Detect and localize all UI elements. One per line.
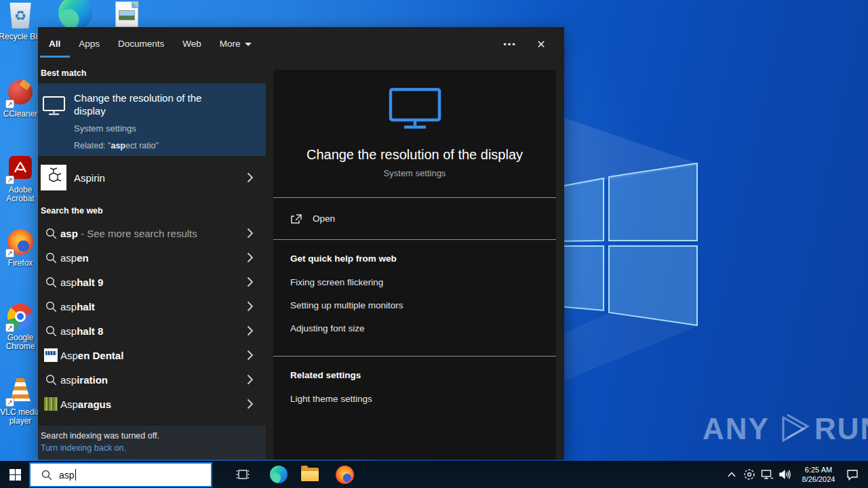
shortcut-arrow-icon: ↗: [5, 398, 14, 407]
preview-list-item[interactable]: Light theme settings: [290, 394, 539, 404]
result-aspirin[interactable]: Aspirin: [38, 163, 266, 192]
tray-network-button[interactable]: [758, 461, 776, 488]
aspirin-molecule-icon: [41, 165, 66, 190]
suggestion-text: aspiration: [60, 374, 108, 386]
related-settings-section: Related settings Light theme settings: [273, 357, 556, 426]
web-suggestion-row[interactable]: Aspen Dental: [38, 343, 266, 367]
open-icon: [290, 214, 302, 224]
web-suggestion-row[interactable]: asp - See more search results: [38, 221, 266, 245]
network-icon: [761, 469, 774, 480]
chevron-right-icon: [247, 301, 254, 312]
preview-pane: Change the resolution of the display Sys…: [273, 70, 556, 460]
result-label: Aspirin: [74, 172, 105, 184]
action-center-button[interactable]: [844, 461, 861, 488]
system-tray: 6:25 AM 8/26/2024: [723, 461, 868, 488]
anyrun-logo-icon: [774, 411, 810, 447]
chevron-right-icon: [247, 172, 254, 183]
suggestion-text: aspen: [60, 252, 89, 264]
chevron-right-icon: [247, 374, 254, 385]
quick-help-section: Get quick help from web Fixing screen fl…: [273, 240, 556, 356]
watermark-text-left: ANY: [703, 412, 770, 446]
tray-screencast-button[interactable]: [741, 461, 758, 488]
suggestion-text: asphalt: [60, 301, 95, 312]
image-file-icon: [115, 1, 138, 27]
tab-more[interactable]: More: [220, 28, 252, 60]
tab-apps[interactable]: Apps: [79, 28, 100, 60]
web-suggestion-row[interactable]: asphalt: [38, 294, 266, 319]
chevron-right-icon: [247, 252, 254, 263]
search-icon: [44, 373, 58, 386]
best-match-related: Related: "aspect ratio": [74, 141, 266, 150]
open-label: Open: [313, 214, 335, 224]
suggestion-text: Asparagus: [60, 399, 111, 410]
search-icon: [44, 324, 58, 338]
search-input-value: asp: [59, 470, 75, 481]
file-explorer-icon: [301, 468, 319, 481]
windows-logo-icon: [9, 469, 21, 481]
search-icon: [44, 275, 58, 289]
preview-list-item[interactable]: Setting up multiple monitors: [290, 300, 539, 310]
suggestion-text: asp - See more search results: [60, 228, 197, 239]
chevron-right-icon: [247, 277, 254, 287]
search-icon: [44, 226, 58, 240]
desktop-icon-edge-shortcut[interactable]: [50, 0, 101, 30]
taskbar-edge-button[interactable]: [265, 461, 292, 488]
preview-list-item[interactable]: Fixing screen flickering: [290, 277, 539, 287]
web-suggestion-row[interactable]: aspen: [38, 245, 266, 270]
indexing-link[interactable]: Turn indexing back on.: [41, 443, 266, 453]
action-center-icon: [846, 469, 859, 481]
web-suggestion-row[interactable]: aspiration: [38, 367, 266, 392]
close-icon[interactable]: ✕: [529, 27, 553, 61]
tray-clock[interactable]: 6:25 AM 8/26/2024: [796, 465, 841, 484]
preview-list-item[interactable]: Adjusting font size: [290, 323, 539, 333]
edge-icon: [270, 466, 288, 483]
chevron-right-icon: [247, 228, 254, 239]
task-view-icon: [236, 468, 250, 481]
search-flyout-panel: All Apps Documents Web More ••• ✕ Best m…: [38, 27, 564, 460]
tab-documents[interactable]: Documents: [118, 28, 164, 60]
taskbar: asp: [0, 461, 868, 488]
best-match-title: Change the resolution of the display: [74, 92, 266, 117]
options-ellipsis-button[interactable]: •••: [498, 27, 522, 61]
start-button[interactable]: [0, 461, 30, 488]
watermark-text-right: RUN: [814, 412, 868, 446]
tab-all[interactable]: All: [49, 28, 60, 60]
suggestion-text: Aspen Dental: [60, 350, 123, 361]
web-suggestions-list: asp - See more search results aspen asph…: [38, 221, 266, 416]
indexing-message: Search indexing was turned off.: [41, 431, 266, 441]
suggestion-text: asphalt 9: [60, 277, 103, 288]
web-suggestion-row[interactable]: asphalt 9: [38, 270, 266, 294]
preview-hero: Change the resolution of the display Sys…: [273, 70, 556, 178]
edge-icon: [58, 0, 92, 30]
clock-time: 6:25 AM: [796, 465, 841, 474]
clock-date: 8/26/2024: [796, 474, 841, 484]
open-action[interactable]: Open: [273, 198, 556, 239]
speaker-icon: [778, 469, 791, 480]
text-caret: [75, 469, 76, 481]
web-suggestion-row[interactable]: Asparagus: [38, 392, 266, 416]
tray-expand-button[interactable]: [723, 461, 741, 488]
taskbar-file-explorer-button[interactable]: [296, 461, 323, 488]
search-tabs: All Apps Documents Web More: [38, 27, 564, 61]
quick-help-header: Get quick help from web: [290, 253, 539, 264]
best-match-result[interactable]: Change the resolution of the display Sys…: [38, 83, 266, 156]
web-suggestion-row[interactable]: asphalt 8: [38, 319, 266, 343]
chevron-right-icon: [247, 350, 254, 361]
taskbar-search-input[interactable]: asp: [29, 462, 212, 487]
tray-volume-button[interactable]: [776, 461, 793, 488]
suggestion-text: asphalt 8: [60, 325, 103, 337]
preview-subtitle: System settings: [273, 168, 556, 178]
indexing-footer: Search indexing was turned off. Turn ind…: [38, 426, 266, 460]
shortcut-arrow-icon: ↗: [5, 249, 14, 258]
shortcut-arrow-icon: ↗: [5, 323, 14, 332]
tab-web[interactable]: Web: [182, 28, 201, 60]
chevron-up-icon: [728, 472, 736, 477]
monitor-icon-large: [387, 86, 443, 129]
desktop-icon-image-file[interactable]: [101, 1, 153, 28]
task-view-button[interactable]: [229, 461, 256, 488]
taskbar-firefox-button[interactable]: [331, 461, 358, 488]
chevron-right-icon: [247, 325, 254, 336]
search-icon: [44, 251, 58, 264]
chevron-right-icon: [247, 399, 254, 409]
related-settings-header: Related settings: [290, 370, 539, 380]
